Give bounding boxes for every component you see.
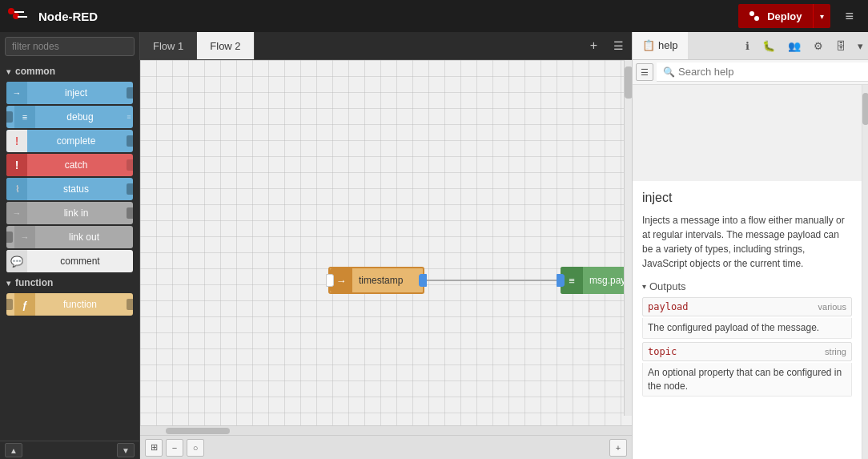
node-catch-label: catch [27, 159, 125, 171]
tab-flow1[interactable]: Flow 1 [140, 32, 197, 59]
canvas-center-button[interactable]: ○ [187, 439, 204, 457]
help-search-input[interactable] [678, 66, 862, 78]
canvas-scrollbar-h-thumb [166, 428, 230, 434]
rp-tab-settings[interactable]: ⚙ [807, 32, 830, 59]
canvas-scrollbar-v[interactable] [624, 60, 632, 416]
node-linkin[interactable]: → link in [6, 202, 133, 224]
app-logo: Node-RED [8, 8, 98, 24]
help-search-icon: 🔍 [663, 66, 675, 78]
node-inject-port-right [127, 87, 133, 99]
canvas-msgpayload-port-left [557, 274, 565, 287]
node-linkout-label: link out [35, 232, 133, 243]
help-output-payload-name: payload [648, 301, 689, 312]
sidebar-left: ▾ common → inject ≡ debug ≡ ! complete [0, 32, 140, 459]
canvas-grid-button[interactable]: ⊞ [145, 439, 163, 457]
node-linkin-label: link in [27, 207, 125, 219]
node-catch-icon: ! [6, 154, 27, 176]
connection-layer [140, 60, 632, 425]
rp-tab-help[interactable]: 📋 help [633, 32, 688, 59]
node-function[interactable]: ƒ function [6, 293, 133, 316]
tab-list-button[interactable]: ☰ [605, 32, 632, 59]
deploy-dropdown-arrow[interactable]: ▾ [813, 4, 830, 28]
canvas-zoom-in-button[interactable]: + [609, 439, 627, 457]
rp-tab-info[interactable]: ℹ [739, 32, 756, 59]
node-function-port-left [6, 299, 13, 310]
node-linkin-icon: → [6, 202, 27, 224]
node-inject-icon: → [6, 82, 27, 104]
scroll-up-button[interactable]: ▲ [5, 443, 22, 457]
help-outputs-header[interactable]: ▾ Outputs [642, 280, 852, 292]
node-status-icon: ⌇ [6, 178, 27, 200]
help-tab-icon: 📋 [642, 39, 655, 51]
rp-tab-storage[interactable]: 🗄 [830, 32, 853, 59]
node-complete[interactable]: ! complete [6, 130, 133, 152]
node-inject-label: inject [27, 87, 125, 99]
node-debug[interactable]: ≡ debug ≡ [6, 106, 133, 128]
help-output-topic-type: string [825, 347, 846, 356]
tab-flow2-label: Flow 2 [210, 40, 240, 52]
deploy-button[interactable]: Deploy ▾ [738, 4, 830, 28]
app-name: Node-RED [38, 10, 98, 23]
help-output-topic-row: topic string [642, 342, 852, 361]
deploy-label: Deploy [767, 10, 802, 22]
canvas-area: Flow 1 Flow 2 + ☰ → timestamp [140, 32, 632, 459]
node-linkout[interactable]: → link out [6, 226, 133, 248]
category-function-label: function [15, 277, 53, 288]
tab-flow1-label: Flow 1 [153, 40, 183, 52]
canvas[interactable]: → timestamp ≡ msg.payload ≡ [140, 60, 632, 425]
rp-tab-debug[interactable]: 🐛 [756, 32, 782, 59]
rp-scrollbar-thumb [862, 93, 868, 125]
category-common-label: common [15, 66, 55, 77]
node-status[interactable]: ⌇ status [6, 178, 133, 200]
help-output-payload-row: payload various [642, 297, 852, 316]
canvas-timestamp-port-left [326, 274, 334, 287]
outputs-label: Outputs [649, 280, 686, 292]
scroll-down-button[interactable]: ▼ [117, 443, 135, 457]
outputs-chevron: ▾ [642, 282, 646, 291]
filter-nodes-input[interactable] [5, 37, 135, 56]
node-function-label: function [35, 299, 125, 310]
node-linkout-icon: → [14, 226, 35, 248]
rp-scrollbar-v[interactable] [862, 85, 868, 459]
category-common[interactable]: ▾ common [0, 62, 139, 80]
main-menu-button[interactable]: ≡ [838, 5, 860, 28]
help-scroll-area[interactable]: inject Injects a message into a flow eit… [633, 85, 862, 459]
canvas-timestamp-port-right [419, 274, 427, 287]
node-complete-icon: ! [6, 130, 27, 152]
node-status-port-right [127, 183, 133, 195]
canvas-scrollbar-h[interactable] [140, 425, 632, 435]
canvas-bottom-toolbar: ⊞ − ○ + [140, 435, 632, 459]
tab-flow2[interactable]: Flow 2 [197, 32, 254, 59]
node-complete-port-right [127, 135, 133, 147]
topbar: Node-RED Deploy ▾ ≡ [0, 0, 868, 32]
canvas-scrollbar-v-thumb [625, 66, 632, 99]
node-comment[interactable]: 💬 comment [6, 250, 133, 272]
deploy-main[interactable]: Deploy [738, 4, 813, 28]
help-search-bar: 🔍 [657, 62, 868, 82]
help-list-button[interactable]: ☰ [636, 63, 653, 81]
canvas-node-timestamp[interactable]: → timestamp [328, 267, 424, 294]
category-function[interactable]: ▾ function [0, 274, 139, 292]
main-area: ▾ common → inject ≡ debug ≡ ! complete [0, 32, 868, 459]
node-inject[interactable]: → inject [6, 82, 133, 104]
rp-tab-expand[interactable]: ▾ [853, 32, 868, 59]
rp-tab-dashboard[interactable]: 👥 [782, 32, 807, 59]
canvas-zoom-out-button[interactable]: − [166, 439, 183, 457]
node-debug-port-left [6, 111, 13, 123]
help-content-wrapper: inject Injects a message into a flow eit… [633, 85, 868, 459]
canvas-bottom-right: + [609, 439, 627, 457]
node-catch[interactable]: ! catch [6, 154, 133, 176]
category-function-chevron: ▾ [6, 279, 10, 288]
canvas-node-msgpayload[interactable]: ≡ msg.payload ≡ [561, 267, 632, 294]
scroll-controls: ▲ ▼ [0, 441, 139, 459]
help-output-payload-desc: The configured payload of the message. [642, 318, 852, 339]
help-toolbar: ☰ 🔍 [633, 60, 868, 85]
node-function-icon: ƒ [14, 293, 35, 316]
tab-add-button[interactable]: + [582, 32, 605, 59]
help-prezone [633, 85, 862, 181]
help-outputs-section: ▾ Outputs payload various The configured… [642, 280, 852, 397]
right-panel: 📋 help ℹ 🐛 👥 ⚙ 🗄 ▾ ☰ 🔍 inject [632, 32, 868, 459]
node-linkin-port-right [127, 207, 133, 219]
category-common-chevron: ▾ [6, 67, 10, 76]
help-node-description: Injects a message into a flow either man… [642, 213, 852, 271]
